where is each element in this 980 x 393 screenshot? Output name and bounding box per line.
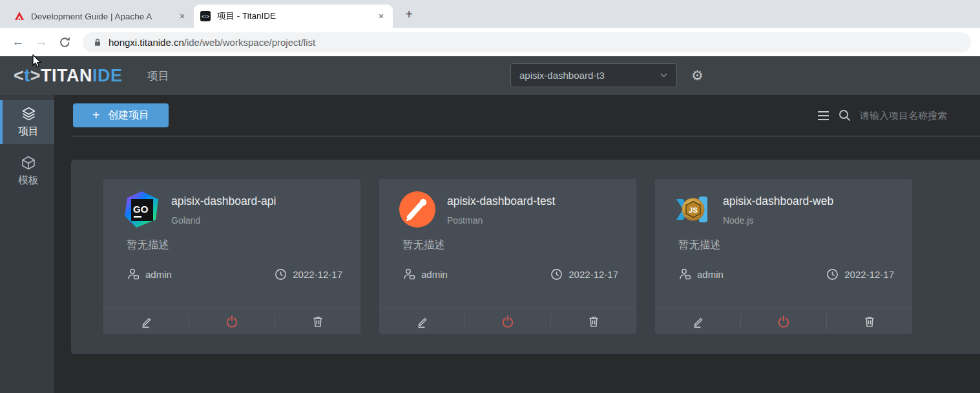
url-omnibox[interactable]: hongxi.titanide.cn/ide/web/workspace/pro… [83, 32, 971, 52]
project-name: apisix-dashboard-web [723, 195, 833, 208]
page-title: 项目 [147, 69, 169, 83]
search-input[interactable] [860, 110, 971, 121]
project-tool: Goland [171, 215, 276, 226]
project-card[interactable]: GO apisix-dashboard-api Goland 暂无描述 admi… [103, 179, 360, 334]
sidebar-item-label: 项目 [18, 125, 39, 138]
project-date: 2022-12-17 [844, 269, 894, 280]
power-icon [225, 315, 238, 328]
postman-icon [399, 191, 436, 228]
tab-title: 项目 - TitanIDE [217, 10, 375, 22]
chevron-down-icon [660, 72, 668, 78]
clock-icon [550, 268, 563, 281]
url-text: hongxi.titanide.cn/ide/web/workspace/pro… [109, 37, 315, 48]
project-name: apisix-dashboard-api [171, 195, 276, 208]
project-card[interactable]: JS apisix-dashboard-web Node.js 暂无描述 adm… [655, 179, 912, 334]
user-icon [678, 268, 691, 281]
svg-text:GO: GO [133, 204, 149, 215]
power-icon [501, 315, 514, 328]
trash-icon [311, 315, 324, 328]
sidebar-item-label: 模板 [18, 174, 39, 187]
nodejs-icon: JS [674, 191, 712, 228]
user-icon [402, 268, 415, 281]
list-view-icon[interactable] [817, 111, 829, 121]
card-actions [379, 308, 636, 334]
project-tool: Node.js [723, 215, 833, 226]
project-name: apisix-dashboard-test [447, 195, 555, 208]
close-icon[interactable]: × [176, 10, 189, 23]
gear-icon[interactable]: ⚙ [691, 69, 704, 82]
edit-project-button[interactable] [655, 308, 740, 334]
project-date: 2022-12-17 [293, 269, 342, 280]
clock-icon [275, 268, 287, 281]
mouse-cursor [32, 54, 42, 68]
titanide-logo: <t>TITANIDE [14, 66, 123, 86]
forward-button[interactable]: → [30, 30, 53, 54]
project-owner: admin [697, 269, 724, 280]
project-owner: admin [421, 269, 448, 280]
clock-icon [826, 268, 839, 281]
new-tab-button[interactable]: + [399, 5, 419, 24]
power-project-button[interactable] [189, 308, 275, 334]
back-button[interactable]: ← [6, 30, 30, 54]
svg-text:JS: JS [689, 206, 697, 214]
project-card[interactable]: apisix-dashboard-test Postman 暂无描述 admin… [379, 179, 636, 334]
trash-icon [863, 315, 876, 328]
card-actions [103, 308, 360, 334]
sidebar-item-templates[interactable]: 模板 [0, 149, 54, 193]
close-icon[interactable]: × [375, 10, 388, 23]
delete-project-button[interactable] [827, 308, 912, 334]
main-area: + 创建项目 GO [54, 95, 980, 393]
project-owner: admin [145, 269, 172, 280]
trash-icon [587, 315, 600, 328]
workspace-select[interactable]: apisix-dashboard-t3 [510, 63, 677, 87]
project-tool: Postman [447, 215, 555, 226]
app-header: <t>TITANIDE 项目 apisix-dashboard-t3 ⚙ [0, 56, 980, 95]
project-description: 暂无描述 [678, 238, 894, 252]
tab-apisix-docs[interactable]: Development Guide | Apache A × [8, 5, 194, 28]
cube-icon [21, 155, 36, 171]
create-project-button[interactable]: + 创建项目 [73, 103, 169, 127]
tab-titanide-projects[interactable]: <t> 项目 - TitanIDE × [194, 5, 393, 28]
card-actions [655, 308, 912, 334]
sidebar-item-projects[interactable]: 项目 [0, 100, 54, 144]
sidebar: 项目 模板 [0, 95, 54, 393]
edit-icon [415, 315, 429, 328]
layers-icon [21, 106, 37, 122]
apisix-favicon-icon [14, 11, 25, 21]
projects-toolbar: + 创建项目 [54, 95, 980, 136]
power-project-button[interactable] [465, 308, 550, 334]
user-icon [127, 268, 140, 281]
power-icon [777, 315, 790, 328]
power-project-button[interactable] [741, 308, 826, 334]
goland-icon: GO [123, 191, 160, 228]
edit-project-button[interactable] [103, 308, 189, 334]
delete-project-button[interactable] [275, 308, 360, 334]
browser-tab-bar: Development Guide | Apache A × <t> 项目 - … [0, 0, 980, 28]
plus-icon: + [92, 108, 100, 123]
edit-icon [691, 315, 705, 328]
reload-button[interactable] [53, 30, 76, 54]
tab-title: Development Guide | Apache A [31, 12, 176, 21]
projects-panel: GO apisix-dashboard-api Goland 暂无描述 admi… [71, 160, 980, 354]
lock-icon [93, 37, 102, 47]
edit-icon [140, 315, 153, 328]
search-icon[interactable] [839, 109, 851, 122]
edit-project-button[interactable] [379, 308, 464, 334]
titanide-favicon-icon: <t> [200, 11, 211, 21]
project-description: 暂无描述 [127, 238, 342, 252]
browser-url-row: ← → hongxi.titanide.cn/ide/web/workspace… [0, 28, 980, 56]
project-date: 2022-12-17 [568, 269, 618, 280]
delete-project-button[interactable] [551, 308, 636, 334]
project-description: 暂无描述 [402, 238, 618, 252]
